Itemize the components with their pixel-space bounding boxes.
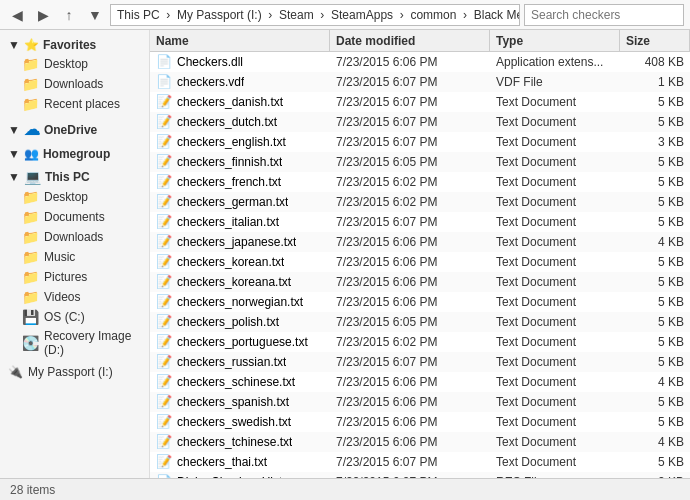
folder-icon: 📁: [22, 96, 39, 112]
file-name-cell: 📝 checkers_italian.txt: [150, 214, 330, 229]
file-icon: 📝: [156, 314, 172, 329]
table-row[interactable]: 📝 checkers_schinese.txt 7/23/2015 6:06 P…: [150, 372, 690, 392]
pc-icon: 💻: [24, 169, 41, 185]
file-name-text: checkers_german.txt: [177, 195, 288, 209]
col-header-type[interactable]: Type: [490, 30, 620, 51]
file-name-cell: 📝 checkers_english.txt: [150, 134, 330, 149]
breadcrumb[interactable]: This PC › My Passport (I:) › Steam › Ste…: [110, 4, 520, 26]
table-row[interactable]: 📝 checkers_dutch.txt 7/23/2015 6:07 PM T…: [150, 112, 690, 132]
file-size: 5 KB: [620, 215, 690, 229]
file-list: 📄 Checkers.dll 7/23/2015 6:06 PM Applica…: [150, 52, 690, 478]
sidebar-item-os-c[interactable]: 💾 OS (C:): [0, 307, 149, 327]
file-name-text: checkers_japanese.txt: [177, 235, 296, 249]
table-row[interactable]: 📝 checkers_japanese.txt 7/23/2015 6:06 P…: [150, 232, 690, 252]
file-name-text: Checkers.dll: [177, 55, 243, 69]
col-header-name[interactable]: Name: [150, 30, 330, 51]
table-row[interactable]: 📝 checkers_french.txt 7/23/2015 6:02 PM …: [150, 172, 690, 192]
sidebar-item-documents[interactable]: 📁 Documents: [0, 207, 149, 227]
table-row[interactable]: 📄 checkers.vdf 7/23/2015 6:07 PM VDF Fil…: [150, 72, 690, 92]
table-row[interactable]: 📝 checkers_russian.txt 7/23/2015 6:07 PM…: [150, 352, 690, 372]
file-date: 7/23/2015 6:07 PM: [330, 355, 490, 369]
table-row[interactable]: 📝 checkers_italian.txt 7/23/2015 6:07 PM…: [150, 212, 690, 232]
file-type: Text Document: [490, 275, 620, 289]
content-area: Name Date modified Type Size 📄 Checkers.…: [150, 30, 690, 478]
file-size: 5 KB: [620, 395, 690, 409]
table-row[interactable]: 📝 checkers_finnish.txt 7/23/2015 6:05 PM…: [150, 152, 690, 172]
sidebar-item-recovery-d[interactable]: 💽 Recovery Image (D:): [0, 327, 149, 359]
col-header-date[interactable]: Date modified: [330, 30, 490, 51]
col-header-size[interactable]: Size: [620, 30, 690, 51]
sidebar-item-downloads2[interactable]: 📁 Downloads: [0, 227, 149, 247]
file-date: 7/23/2015 6:06 PM: [330, 435, 490, 449]
file-icon: 📝: [156, 114, 172, 129]
file-icon: 📝: [156, 154, 172, 169]
chevron-icon: ▼: [8, 170, 20, 184]
sidebar-group-onedrive[interactable]: ▼ ☁ OneDrive: [0, 118, 149, 141]
table-row[interactable]: 📄 Checkers.dll 7/23/2015 6:06 PM Applica…: [150, 52, 690, 72]
file-size: 1 KB: [620, 75, 690, 89]
table-row[interactable]: 📝 checkers_thai.txt 7/23/2015 6:07 PM Te…: [150, 452, 690, 472]
table-row[interactable]: 📝 checkers_english.txt 7/23/2015 6:07 PM…: [150, 132, 690, 152]
status-bar: 28 items: [0, 478, 690, 500]
table-row[interactable]: 📝 checkers_tchinese.txt 7/23/2015 6:06 P…: [150, 432, 690, 452]
table-row[interactable]: 📝 checkers_portuguese.txt 7/23/2015 6:02…: [150, 332, 690, 352]
file-date: 7/23/2015 6:06 PM: [330, 55, 490, 69]
folder-icon: 📁: [22, 76, 39, 92]
folder-icon: 📁: [22, 249, 39, 265]
sidebar-item-desktop2[interactable]: 📁 Desktop: [0, 187, 149, 207]
file-date: 7/23/2015 6:06 PM: [330, 235, 490, 249]
search-input[interactable]: [524, 4, 684, 26]
sidebar-item-my-passport[interactable]: 🔌 My Passport (I:): [0, 363, 149, 381]
file-size: 4 KB: [620, 235, 690, 249]
file-type: Text Document: [490, 315, 620, 329]
file-name-cell: 📝 checkers_korean.txt: [150, 254, 330, 269]
forward-button[interactable]: ▶: [32, 4, 54, 26]
file-type: Text Document: [490, 395, 620, 409]
table-row[interactable]: 📝 checkers_german.txt 7/23/2015 6:02 PM …: [150, 192, 690, 212]
file-name-text: checkers_dutch.txt: [177, 115, 277, 129]
sidebar-item-downloads[interactable]: 📁 Downloads: [0, 74, 149, 94]
sidebar-group-homegroup[interactable]: ▼ 👥 Homegroup: [0, 145, 149, 163]
sidebar-group-favorites[interactable]: ▼ ⭐ Favorites: [0, 36, 149, 54]
file-type: Text Document: [490, 435, 620, 449]
sidebar-group-this-pc[interactable]: ▼ 💻 This PC: [0, 167, 149, 187]
back-button[interactable]: ◀: [6, 4, 28, 26]
file-type: Text Document: [490, 215, 620, 229]
table-row[interactable]: 📝 checkers_spanish.txt 7/23/2015 6:06 PM…: [150, 392, 690, 412]
file-type: Text Document: [490, 415, 620, 429]
table-row[interactable]: 📝 checkers_danish.txt 7/23/2015 6:07 PM …: [150, 92, 690, 112]
sidebar-item-desktop[interactable]: 📁 Desktop: [0, 54, 149, 74]
file-name-text: checkers_finnish.txt: [177, 155, 282, 169]
sidebar-label-documents: Documents: [44, 210, 105, 224]
file-size: 5 KB: [620, 335, 690, 349]
file-name-text: checkers_norwegian.txt: [177, 295, 303, 309]
recent-button[interactable]: ▼: [84, 4, 106, 26]
file-type: Application extens...: [490, 55, 620, 69]
file-name-text: checkers_russian.txt: [177, 355, 286, 369]
file-size: 5 KB: [620, 295, 690, 309]
file-date: 7/23/2015 6:07 PM: [330, 135, 490, 149]
file-icon: 📝: [156, 414, 172, 429]
up-button[interactable]: ↑: [58, 4, 80, 26]
sidebar-label-downloads2: Downloads: [44, 230, 103, 244]
table-row[interactable]: 📝 checkers_koreana.txt 7/23/2015 6:06 PM…: [150, 272, 690, 292]
table-row[interactable]: 📝 checkers_norwegian.txt 7/23/2015 6:06 …: [150, 292, 690, 312]
file-name-text: checkers.vdf: [177, 75, 244, 89]
sidebar-item-recent-places[interactable]: 📁 Recent places: [0, 94, 149, 114]
sidebar-item-pictures[interactable]: 📁 Pictures: [0, 267, 149, 287]
file-name-cell: 📝 checkers_japanese.txt: [150, 234, 330, 249]
sidebar: ▼ ⭐ Favorites 📁 Desktop 📁 Downloads 📁 Re…: [0, 30, 150, 478]
sidebar-label-desktop2: Desktop: [44, 190, 88, 204]
table-row[interactable]: 📝 checkers_polish.txt 7/23/2015 6:05 PM …: [150, 312, 690, 332]
file-date: 7/23/2015 6:06 PM: [330, 375, 490, 389]
file-type: Text Document: [490, 295, 620, 309]
sidebar-section-my-passport: 🔌 My Passport (I:): [0, 361, 149, 383]
folder-icon: 📁: [22, 229, 39, 245]
item-count: 28 items: [10, 483, 55, 497]
file-name-text: checkers_schinese.txt: [177, 375, 295, 389]
sidebar-item-music[interactable]: 📁 Music: [0, 247, 149, 267]
table-row[interactable]: 📝 checkers_swedish.txt 7/23/2015 6:06 PM…: [150, 412, 690, 432]
table-row[interactable]: 📝 checkers_korean.txt 7/23/2015 6:06 PM …: [150, 252, 690, 272]
sidebar-item-videos[interactable]: 📁 Videos: [0, 287, 149, 307]
sidebar-label-os-c: OS (C:): [44, 310, 85, 324]
